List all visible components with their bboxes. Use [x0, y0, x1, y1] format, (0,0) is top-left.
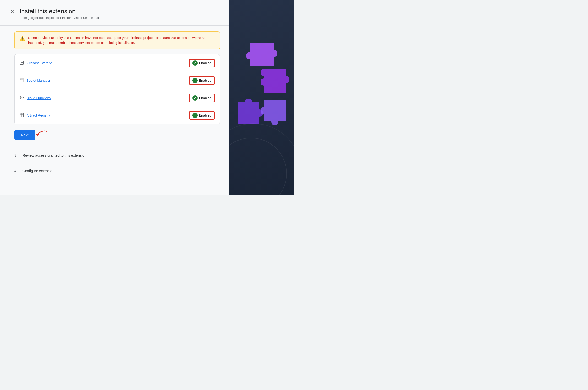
header-divider: [0, 25, 230, 26]
cloud-functions-check: ✓: [193, 95, 198, 100]
step-connector-1: [17, 147, 17, 153]
warning-box: ⚠️ Some services used by this extension …: [14, 31, 220, 49]
cloud-functions-link[interactable]: Cloud Functions: [27, 96, 51, 100]
step-connector-2: [17, 163, 17, 169]
secret-manager-link[interactable]: Secret Manager: [27, 79, 50, 82]
next-button-wrap: Next: [14, 130, 35, 140]
svg-rect-8: [22, 115, 24, 117]
step-4-number: 4: [14, 169, 19, 173]
cloud-functions-icon: [19, 95, 24, 101]
artifact-registry-status: ✓ Enabled: [189, 111, 215, 120]
warning-text: Some services used by this extension hav…: [28, 35, 215, 46]
step-item-3: 3 Review access granted to this extensio…: [14, 153, 220, 157]
step-3-number: 3: [14, 153, 19, 157]
firebase-storage-check: ✓: [193, 60, 198, 66]
cloud-functions-status: ✓ Enabled: [189, 94, 215, 102]
service-row-firebase-storage: Firebase Storage ✓ Enabled: [15, 54, 220, 72]
arrow-indicator: [34, 127, 48, 140]
secret-manager-icon: [19, 78, 24, 84]
firebase-storage-icon: [19, 60, 24, 66]
services-card: Firebase Storage ✓ Enabled: [14, 54, 220, 124]
artifact-registry-link[interactable]: Artifact Registry: [27, 113, 50, 117]
service-row-artifact-registry: Artifact Registry ✓ Enabled: [15, 107, 220, 124]
svg-rect-7: [20, 115, 22, 117]
header-text: Install this extension From googlecloud,…: [20, 8, 99, 20]
secret-manager-check: ✓: [193, 78, 198, 83]
warning-icon: ⚠️: [19, 36, 25, 46]
svg-rect-5: [20, 113, 22, 115]
firebase-storage-link[interactable]: Firebase Storage: [27, 61, 52, 65]
step-item-4: 4 Configure extension: [14, 169, 220, 173]
artifact-registry-icon: [19, 113, 24, 119]
service-row-cloud-functions: Cloud Functions ✓ Enabled: [15, 89, 220, 107]
firebase-storage-status: ✓ Enabled: [189, 59, 215, 67]
step-4-label: Configure extension: [22, 169, 54, 173]
page-subtitle: From googlecloud, in project 'Firestore …: [20, 16, 99, 20]
secret-manager-status: ✓ Enabled: [189, 76, 215, 85]
service-row-secret-manager: Secret Manager ✓ Enabled: [15, 72, 220, 89]
page-title: Install this extension: [20, 8, 99, 15]
deco-panel: [230, 0, 294, 195]
step-container: ⚠️ Some services used by this extension …: [9, 31, 220, 173]
header: ✕ Install this extension From googleclou…: [9, 8, 220, 20]
next-button[interactable]: Next: [14, 130, 35, 140]
step-3-label: Review access granted to this extension: [22, 153, 87, 157]
svg-point-4: [21, 97, 22, 98]
main-panel: ✕ Install this extension From googleclou…: [0, 0, 230, 195]
artifact-registry-check: ✓: [193, 113, 198, 118]
svg-rect-6: [22, 113, 24, 115]
close-button[interactable]: ✕: [9, 8, 16, 15]
